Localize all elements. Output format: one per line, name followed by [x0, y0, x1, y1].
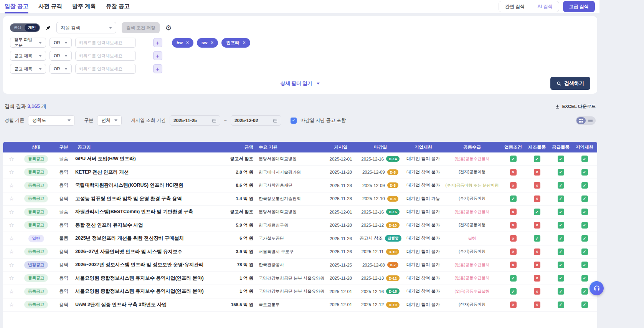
announcement-title[interactable]: 서울요양원 종합정보시스템 유지보수 용역사업(인프라 분야) — [75, 288, 226, 295]
announcement-title[interactable]: 2026~2027년 정보시스템 인프라 및 정보보안 운영·유지관리 — [75, 262, 226, 268]
excel-download-button[interactable]: EXCEL 다운로드 — [555, 104, 596, 109]
remove-tag-icon[interactable]: × — [211, 40, 213, 45]
announcement-title[interactable]: GPU 서버 도입(H/W 인프라) — [75, 156, 226, 162]
enterprise-limit: 대기업 참여 불가 — [404, 302, 443, 308]
field-select[interactable]: 공고 제목 — [10, 64, 46, 74]
amount: 5.9 억 원 — [226, 222, 256, 228]
joint-supply: (수기)공동이행 — [443, 196, 501, 201]
scope-personal-label[interactable]: 개인 — [25, 24, 39, 31]
favorite-star-icon[interactable]: ☆ — [9, 169, 14, 175]
save-conditions-button[interactable]: 검색 조건 저장 — [122, 22, 160, 33]
favorite-star-icon[interactable]: ☆ — [9, 182, 14, 189]
restricted-x-icon: × — [534, 248, 540, 255]
sort-select[interactable]: 정확도 — [28, 115, 75, 126]
announcement-title[interactable]: 자원관리시스템(BESTComm) 인프라 및 기반환경 구축 — [75, 209, 226, 215]
organization: 국토교통부 — [256, 302, 325, 308]
chevron-down-icon — [64, 42, 68, 44]
favorite-star-icon[interactable]: ☆ — [9, 195, 14, 202]
posted-date: 2025-11-26 — [325, 236, 357, 241]
date-from-input[interactable]: 2025-11-25 — [170, 115, 220, 126]
search-button[interactable]: 검색하기 — [550, 77, 590, 90]
field-select[interactable]: 첨부 파일 본문 — [10, 38, 46, 48]
simple-search-button[interactable]: 간편 검색 — [499, 1, 531, 12]
favorite-star-icon[interactable]: ☆ — [9, 209, 14, 215]
ai-search-button[interactable]: AI 검색 — [531, 1, 558, 12]
detail-filter-toggle[interactable]: 상세 필터 열기 — [281, 80, 320, 87]
announcement-title[interactable]: 국립대학자원관리시스템(KORUS) 인프라 HCI전환 — [75, 182, 226, 189]
scope-toggle[interactable]: 공용 개인 — [10, 23, 40, 32]
joint-supply: 불허 — [443, 236, 501, 241]
date-to-input[interactable]: 2025-12-02 — [231, 115, 281, 126]
keyword-input[interactable] — [75, 64, 136, 74]
announcement-title[interactable]: KETEP 전산 인프라 개선 — [75, 169, 226, 176]
column-header: 업종조건 — [501, 144, 525, 150]
region-restriction-flag: ✓ — [573, 275, 596, 282]
joint-supply: (없음)공동수급불허 — [443, 262, 501, 268]
announcement-title[interactable]: 고성능 컴퓨팅 인프라 임차 및 운영 환경 구축 용역 — [75, 195, 226, 202]
list-view-button[interactable] — [586, 117, 595, 124]
remove-tag-icon[interactable]: × — [243, 40, 246, 45]
pin-icon[interactable] — [45, 25, 51, 31]
support-chat-button[interactable] — [590, 281, 604, 295]
gear-icon[interactable]: ⚙ — [165, 24, 172, 31]
operator-select[interactable]: OR — [50, 38, 72, 48]
industry-condition-flag: × — [501, 301, 525, 308]
organization: 분당서울대학교병원 — [256, 209, 325, 215]
allowed-check-icon: ✓ — [510, 288, 517, 295]
column-header: 기업제한 — [404, 144, 443, 150]
keyword-input[interactable] — [75, 51, 136, 61]
table-row: ☆ 등록공고 용역 서울요양원 종합정보시스템 유지보수 용역사업(인프라 분야… — [3, 285, 597, 298]
keyword-tag: hw × — [172, 38, 193, 48]
restricted-x-icon: × — [510, 235, 517, 242]
favorite-star-icon[interactable]: ☆ — [9, 156, 14, 162]
nav-tab[interactable]: 발주 계획 — [72, 0, 96, 13]
organization: 한국관광공사 — [256, 262, 325, 268]
status-badge: 등록공고 — [24, 155, 48, 163]
add-condition-button[interactable]: + — [153, 64, 162, 73]
announcement-title[interactable]: 2025년 정보인프라 개선을 위한 전산장비 구매설치 — [75, 235, 226, 242]
announcement-title[interactable]: UAM 2단계 실증 인프라 구축 3차년도 사업 — [75, 301, 226, 308]
organization: 한국사학진흥재단 — [256, 182, 325, 188]
announcement-title[interactable]: 2026~27년 사물인터넷 인프라 및 시스템 유지보수 — [75, 248, 226, 255]
grid-view-icon — [579, 119, 583, 123]
favorite-star-icon[interactable]: ☆ — [9, 222, 14, 228]
announcement-title[interactable]: 서울요양원 종합정보시스템 유지보수 용역사업(인프라 분야) — [75, 275, 226, 282]
field-select-value: 공고 제목 — [14, 66, 32, 72]
filter-row: 첨부 파일 본문 OR + hw × sw × 인프라 × — [10, 38, 590, 48]
advanced-search-button[interactable]: 고급 검색 — [563, 1, 595, 12]
favorite-star-icon[interactable]: ☆ — [9, 262, 14, 268]
allowed-check-icon: ✓ — [558, 275, 564, 282]
nav-tab[interactable]: 유찰 공고 — [106, 0, 130, 13]
operator-select[interactable]: OR — [50, 64, 72, 74]
table-row: ☆ 등록공고 용역 UAM 2단계 실증 인프라 구축 3차년도 사업 158.… — [3, 298, 597, 312]
table-row: ☆ 등록공고 용역 통합 전산 인프라 유지보수 사업 5.9 억 원 한국재료… — [3, 219, 597, 232]
favorite-star-icon[interactable]: ☆ — [9, 288, 14, 295]
grid-view-button[interactable] — [576, 117, 586, 124]
add-condition-button[interactable]: + — [153, 38, 162, 47]
allowed-check-icon: ✓ — [581, 222, 588, 229]
favorite-star-icon[interactable]: ☆ — [9, 275, 14, 281]
nav-tab[interactable]: 사전 규격 — [38, 0, 62, 13]
joint-supply: (없음)공동수급불허 — [443, 209, 501, 215]
favorite-star-icon[interactable]: ☆ — [9, 248, 14, 255]
favorite-star-icon[interactable]: ☆ — [9, 235, 14, 242]
favorite-star-icon[interactable]: ☆ — [9, 301, 14, 308]
keyword-input[interactable] — [75, 38, 136, 48]
nav-tab[interactable]: 입찰 공고 — [5, 0, 28, 13]
field-select[interactable]: 공고 제목 — [10, 51, 46, 61]
announcement-title[interactable]: 통합 전산 인프라 유지보수 사업 — [75, 222, 226, 229]
include-expired-checkbox[interactable]: ✓ — [291, 118, 297, 124]
status-badge: 등록공고 — [24, 248, 48, 255]
scope-public-label[interactable]: 공용 — [11, 25, 25, 30]
add-condition-button[interactable]: + — [153, 51, 162, 60]
operator-select[interactable]: OR — [50, 51, 72, 61]
preset-select[interactable]: 자율 검색 — [56, 22, 116, 33]
remove-tag-icon[interactable]: × — [186, 40, 189, 45]
region-restriction-flag: ✓ — [573, 169, 596, 176]
count-prefix: 검색 결과 — [5, 103, 26, 109]
organization: 분당서울대학교병원 — [256, 156, 325, 162]
posted-date: 2025-12-01 — [325, 302, 357, 307]
restricted-x-icon: × — [510, 301, 517, 308]
type-select[interactable]: 전체 — [97, 115, 122, 126]
allowed-check-icon: ✓ — [558, 156, 564, 162]
